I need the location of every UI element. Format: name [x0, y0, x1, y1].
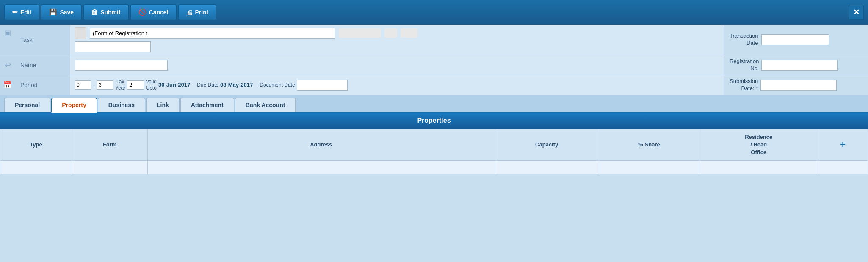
calendar-icon: 📅 — [3, 81, 12, 89]
task-blurred-2 — [384, 28, 397, 38]
edit-button[interactable]: ✏ Edit — [4, 4, 39, 20]
task-title-row — [75, 27, 720, 39]
tab-bank-account[interactable]: Bank Account — [235, 98, 296, 112]
undo-icon: ↩ — [5, 61, 11, 70]
period-label: Period — [15, 75, 70, 95]
save-icon: 💾 — [49, 8, 57, 16]
col-header-residence: Residence / Head Office — [699, 129, 818, 161]
registration-no-field: Registration No. — [724, 55, 868, 75]
print-label: Print — [195, 9, 209, 16]
tab-link[interactable]: Link — [146, 98, 180, 112]
tax-year-input[interactable] — [127, 80, 144, 90]
cell-residence — [699, 161, 818, 174]
task-icon: ▣ — [5, 29, 11, 37]
period-row: 📅 Period - Tax Year Valid Upto 30-Jun-20… — [0, 75, 868, 95]
task-thumb — [75, 27, 86, 39]
edit-icon: ✏ — [12, 8, 18, 16]
properties-section-header: Properties — [0, 113, 868, 129]
task-blurred-1 — [339, 28, 381, 38]
registration-no-label: Registration No. — [730, 58, 759, 72]
cell-capacity — [495, 161, 599, 174]
submission-date-field: Submission Date: * — [724, 75, 868, 95]
print-button[interactable]: 🖨 Print — [178, 4, 217, 20]
tab-attachment[interactable]: Attachment — [180, 98, 234, 112]
period-separator: - — [93, 82, 95, 88]
close-button[interactable]: ✕ — [849, 5, 864, 20]
period-from-input[interactable] — [75, 80, 91, 90]
name-row-icon: ↩ — [0, 55, 15, 75]
cell-pct-share — [599, 161, 699, 174]
submission-date-input[interactable] — [760, 80, 837, 91]
name-content — [70, 55, 724, 75]
cell-address — [147, 161, 495, 174]
registration-no-input[interactable] — [761, 60, 838, 71]
tax-year-label: Tax Year — [115, 79, 125, 91]
transaction-date-input[interactable] — [761, 34, 829, 45]
submit-label: Submit — [100, 9, 120, 16]
cell-form — [72, 161, 148, 174]
save-button[interactable]: 💾 Save — [41, 4, 82, 20]
tab-business[interactable]: Business — [98, 98, 145, 112]
cancel-button[interactable]: 🚫 Cancel — [130, 4, 177, 20]
submit-icon: 🏛 — [91, 9, 98, 16]
transaction-date-label: Transaction Date — [730, 33, 758, 47]
name-input[interactable] — [75, 60, 168, 71]
col-header-type: Type — [0, 129, 72, 161]
period-to-input[interactable] — [97, 80, 113, 90]
form-header: ▣ Task Transaction Date — [0, 25, 868, 95]
valid-upto-date: 30-Jun-2017 — [158, 82, 190, 88]
due-date-value: 08-May-2017 — [220, 82, 253, 88]
col-header-pct-share: % Share — [599, 129, 699, 161]
col-header-add[interactable]: + — [818, 129, 868, 161]
name-label: Name — [15, 55, 70, 75]
task-row-icon: ▣ — [0, 25, 15, 55]
table-header-row: Type Form Address Capacity % Share Resid… — [0, 129, 868, 161]
period-content: - Tax Year Valid Upto 30-Jun-2017 Due Da… — [70, 75, 724, 95]
tab-personal[interactable]: Personal — [4, 98, 50, 112]
name-row: ↩ Name Registration No. — [0, 55, 868, 75]
tab-property[interactable]: Property — [51, 98, 97, 113]
properties-section: Properties Type Form Address Capacity % … — [0, 113, 868, 175]
close-icon: ✕ — [853, 8, 860, 17]
due-date-label: Due Date — [197, 82, 218, 88]
task-blurred-3 — [401, 28, 417, 38]
table-row — [0, 161, 868, 174]
submit-button[interactable]: 🏛 Submit — [83, 4, 128, 20]
document-date-input[interactable] — [297, 80, 348, 91]
cell-add — [818, 161, 868, 174]
col-header-capacity: Capacity — [495, 129, 599, 161]
edit-label: Edit — [20, 9, 31, 16]
submission-date-label: Submission Date: * — [730, 78, 758, 92]
task-row: ▣ Task Transaction Date — [0, 25, 868, 55]
tabs-bar: Personal Property Business Link Attachme… — [0, 95, 868, 113]
task-title-input[interactable] — [90, 28, 335, 39]
task-content — [70, 25, 724, 55]
cancel-label: Cancel — [149, 9, 169, 16]
task-sub-row — [75, 41, 720, 52]
cell-type — [0, 161, 72, 174]
task-label: Task — [15, 25, 70, 55]
task-sub-input[interactable] — [75, 41, 151, 52]
transaction-date-field: Transaction Date — [724, 25, 868, 55]
save-label: Save — [60, 9, 74, 16]
period-row-icon: 📅 — [0, 75, 15, 95]
cancel-icon: 🚫 — [138, 8, 147, 16]
col-header-form: Form — [72, 129, 148, 161]
properties-table: Type Form Address Capacity % Share Resid… — [0, 129, 868, 175]
toolbar: ✏ Edit 💾 Save 🏛 Submit 🚫 Cancel 🖨 Print … — [0, 0, 868, 25]
print-icon: 🖨 — [186, 9, 193, 16]
document-date-label: Document Date — [260, 82, 295, 88]
valid-upto-label: Valid Upto — [146, 79, 157, 91]
add-property-button[interactable]: + — [840, 140, 846, 149]
period-fields: - Tax Year Valid Upto 30-Jun-2017 Due Da… — [75, 79, 348, 91]
col-header-address: Address — [147, 129, 495, 161]
